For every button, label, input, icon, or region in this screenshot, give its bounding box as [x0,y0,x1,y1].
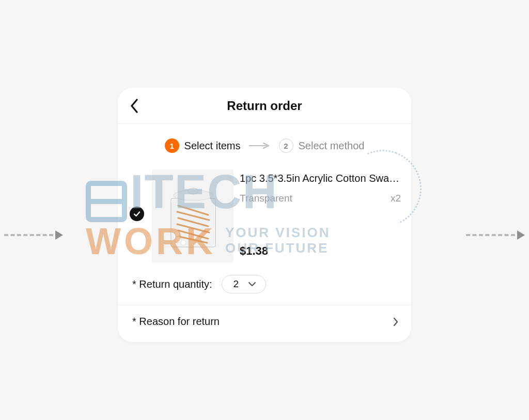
step-2-label: Select method [299,140,365,152]
return-order-card: Return order 1 Select items 2 Select met… [118,88,411,342]
chevron-down-icon [248,282,256,287]
dash-line [466,234,515,236]
svg-point-13 [175,231,180,236]
return-quantity-value: 2 [234,278,239,290]
back-button[interactable] [124,96,145,116]
item-variant-row: Transparent x2 [240,193,401,204]
chevron-left-icon [130,98,139,114]
card-header: Return order [118,88,411,124]
dash-line [4,234,53,236]
item-thumbnail[interactable] [152,169,234,262]
svg-point-12 [181,240,186,245]
stepper: 1 Select items 2 Select method [118,124,411,163]
arrow-right-icon [517,230,525,240]
return-quantity-label: * Return quantity: [132,278,212,290]
page-title: Return order [227,99,302,113]
item-variant: Transparent [240,193,292,204]
item-checkbox[interactable] [130,207,144,221]
item-price: $1.38 [240,244,401,258]
step-select-items[interactable]: 1 Select items [165,138,241,153]
step-arrow-icon [248,143,272,148]
return-quantity-row: * Return quantity: 2 [118,268,411,305]
product-image-icon [157,175,229,257]
reason-for-return-row[interactable]: * Reason for return [118,305,411,342]
reason-label: * Reason for return [132,316,220,328]
item-name: 1pc 3.5*3.5in Acrylic Cotton Swab… [240,173,401,184]
nav-arrow-left [4,230,63,240]
svg-point-11 [175,237,181,243]
check-icon [133,210,141,218]
step-2-badge: 2 [279,138,293,153]
svg-point-4 [188,188,198,194]
nav-arrow-right [466,230,525,240]
item-quantity: x2 [391,193,401,204]
step-select-method[interactable]: 2 Select method [279,138,365,153]
chevron-right-icon [393,317,399,327]
step-1-label: Select items [184,140,241,152]
step-1-badge: 1 [165,138,179,153]
item-meta: 1pc 3.5*3.5in Acrylic Cotton Swab… Trans… [240,169,401,258]
return-item-row: 1pc 3.5*3.5in Acrylic Cotton Swab… Trans… [118,163,411,268]
return-quantity-select[interactable]: 2 [222,275,267,293]
arrow-right-icon [55,230,63,240]
